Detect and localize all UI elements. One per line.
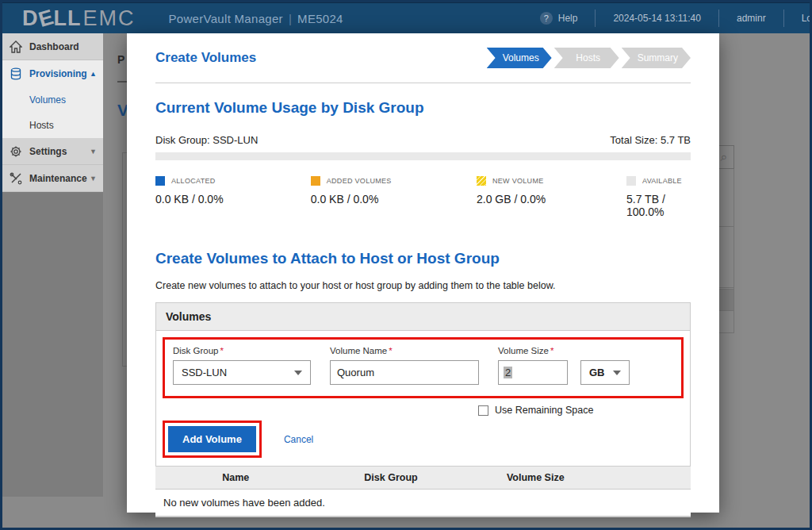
- help-button[interactable]: ? Help: [540, 12, 578, 25]
- legend-item-added-volumes: ADDED VOLUMES 0.0 KB / 0.0%: [311, 176, 477, 218]
- empty-table-message: No new volumes have been added.: [155, 490, 691, 517]
- column-header-volume-size: Volume Size: [466, 467, 606, 489]
- create-volumes-dialog: Create Volumes Volumes Hosts Summary Cur…: [127, 33, 719, 513]
- sidebar-item-dashboard[interactable]: Dashboard: [0, 33, 103, 60]
- database-icon: [10, 67, 22, 80]
- new-volumes-table: Name Disk Group Volume Size No new volum…: [155, 466, 691, 517]
- chevron-down-icon: ▼: [90, 148, 97, 156]
- background-page-title-partial: P: [117, 53, 124, 66]
- help-icon: ?: [540, 12, 553, 25]
- available-swatch: [626, 176, 636, 186]
- topbar-divider: [783, 10, 784, 27]
- topbar-divider: [718, 10, 719, 27]
- disk-group-select[interactable]: SSD-LUN: [173, 360, 311, 385]
- allocated-swatch: [155, 176, 165, 186]
- available-value: 5.7 TB / 100.0%: [626, 193, 691, 218]
- sidebar-item-settings[interactable]: Settings ▼: [0, 138, 103, 165]
- logout-link[interactable]: Lo: [802, 13, 812, 24]
- create-section-description: Create new volumes to attach to your hos…: [155, 280, 691, 291]
- wizard-step-hosts: Hosts: [554, 48, 619, 68]
- chevron-up-icon: ▲: [90, 70, 97, 78]
- volume-name-field-label: Volume Name*: [330, 346, 479, 355]
- column-header-disk-group: Disk Group: [316, 467, 466, 489]
- current-user[interactable]: adminr: [737, 13, 766, 24]
- wizard-step-summary: Summary: [622, 48, 691, 68]
- create-section-heading: Create Volumes to Attach to Host or Host…: [155, 250, 691, 267]
- add-volume-button[interactable]: Add Volume: [168, 426, 256, 452]
- sidebar-dimmed-area: [0, 192, 103, 497]
- volume-size-field-label: Volume Size*: [498, 346, 630, 355]
- dell-emc-logo: DELL EMC: [22, 6, 136, 31]
- chevron-down-icon: [613, 371, 621, 375]
- wizard-steps: Volumes Hosts Summary: [487, 48, 691, 68]
- system-name: ME5024: [297, 12, 343, 25]
- app-title: PowerVault Manager|ME5024: [169, 12, 343, 25]
- sidebar-item-volumes[interactable]: Volumes: [0, 87, 103, 113]
- column-header-spacer: [605, 467, 691, 489]
- tools-icon: [10, 172, 22, 185]
- usage-bar: [155, 152, 691, 160]
- volumes-panel-title: Volumes: [156, 303, 690, 331]
- home-icon: [10, 40, 22, 53]
- sidebar-item-hosts[interactable]: Hosts: [0, 113, 103, 138]
- topbar-divider: [595, 10, 596, 27]
- total-size-label: Total Size: 5.7 TB: [610, 134, 691, 146]
- added-volumes-value: 0.0 KB / 0.0%: [311, 193, 477, 205]
- chevron-down-icon: ▼: [90, 175, 97, 182]
- new-volume-swatch: [477, 176, 486, 186]
- required-marker: *: [389, 346, 392, 355]
- sidebar-item-provisioning[interactable]: Provisioning ▲: [0, 60, 103, 87]
- required-marker: *: [220, 346, 224, 355]
- legend-item-allocated: ALLOCATED 0.0 KB / 0.0%: [155, 176, 311, 218]
- allocated-value: 0.0 KB / 0.0%: [155, 193, 311, 205]
- sidebar-item-maintenance[interactable]: Maintenance ▼: [0, 165, 103, 192]
- volumes-panel: Volumes Disk Group* SSD-LUN Volume Name*: [155, 302, 691, 517]
- volume-name-input[interactable]: [330, 360, 479, 385]
- gear-icon: [10, 145, 22, 158]
- top-bar: DELL EMC PowerVault Manager|ME5024 ? Hel…: [0, 0, 812, 33]
- column-header-name: Name: [155, 467, 316, 489]
- form-annotation-box: Disk Group* SSD-LUN Volume Name* Volume …: [163, 337, 684, 398]
- form-cancel-link[interactable]: Cancel: [284, 434, 313, 445]
- disk-group-field-label: Disk Group*: [173, 346, 311, 355]
- chevron-down-icon: [294, 371, 302, 375]
- system-clock: 2024-05-14 13:11:40: [613, 13, 701, 24]
- added-volumes-swatch: [311, 176, 320, 186]
- header-divider: [155, 83, 691, 83]
- dialog-title: Create Volumes: [155, 50, 256, 66]
- legend-item-new-volume: NEW VOLUME 2.0 GB / 0.0%: [477, 176, 626, 218]
- volume-size-input[interactable]: 2: [498, 360, 568, 385]
- wizard-step-volumes[interactable]: Volumes: [487, 48, 552, 68]
- sidebar: Dashboard Provisioning ▲ Volumes Hosts S…: [0, 33, 103, 192]
- selected-text: 2: [504, 367, 512, 378]
- use-remaining-space-checkbox[interactable]: [478, 405, 488, 416]
- new-volume-value: 2.0 GB / 0.0%: [477, 193, 626, 205]
- size-unit-select[interactable]: GB: [580, 360, 630, 385]
- usage-section-heading: Current Volume Usage by Disk Group: [155, 99, 691, 117]
- button-annotation-box: Add Volume: [163, 421, 262, 458]
- required-marker: *: [550, 346, 553, 355]
- disk-group-label: Disk Group: SSD-LUN: [155, 134, 258, 146]
- legend-item-available: AVAILABLE 5.7 TB / 100.0%: [626, 176, 691, 218]
- use-remaining-space-label: Use Remaining Space: [495, 405, 593, 416]
- usage-legend: ALLOCATED 0.0 KB / 0.0% ADDED VOLUMES 0.…: [155, 176, 691, 218]
